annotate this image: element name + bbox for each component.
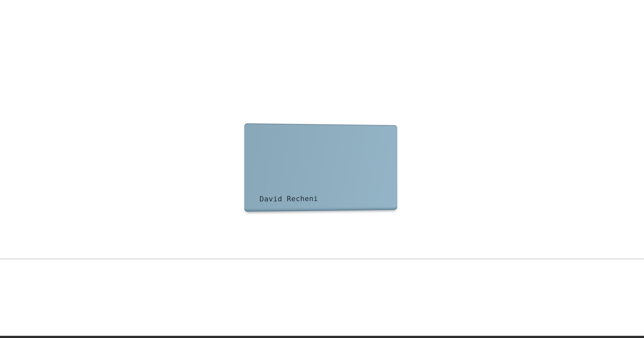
bottom-screen-edge xyxy=(0,336,644,338)
name-card: David Recheni xyxy=(244,123,397,212)
card-canvas[interactable]: David Recheni xyxy=(0,0,644,258)
page-root: David Recheni Enter name: Choose a color… xyxy=(0,0,644,338)
controls-panel: Enter name: Choose a color: xyxy=(0,260,644,336)
card-name-text: David Recheni xyxy=(260,194,318,203)
